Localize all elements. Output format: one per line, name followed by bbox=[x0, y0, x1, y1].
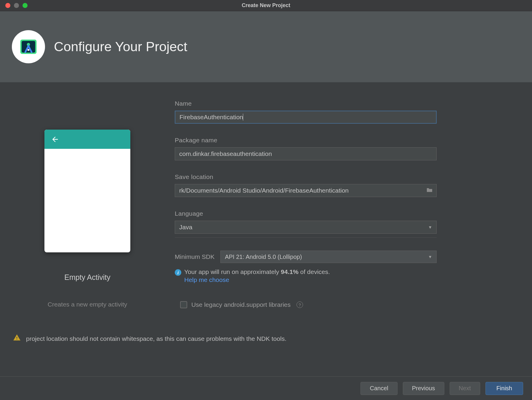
language-select[interactable]: Java ▼ bbox=[175, 221, 437, 234]
template-description: Creates a new empty activity bbox=[48, 301, 127, 308]
page-title: Configure Your Project bbox=[54, 39, 187, 54]
template-name: Empty Activity bbox=[64, 273, 110, 282]
warning-message: project location should not contain whit… bbox=[0, 334, 532, 343]
info-icon: i bbox=[175, 269, 181, 276]
cancel-button[interactable]: Cancel bbox=[360, 382, 397, 395]
maximize-window-button[interactable] bbox=[23, 3, 28, 8]
help-icon[interactable]: ? bbox=[297, 301, 303, 308]
phone-preview bbox=[44, 130, 130, 252]
template-preview: Empty Activity Creates a new empty activ… bbox=[18, 100, 157, 328]
save-location-label: Save location bbox=[175, 173, 514, 180]
name-label: Name bbox=[175, 100, 514, 107]
wizard-footer: Cancel Previous Next Finish bbox=[0, 376, 532, 400]
chevron-down-icon: ▼ bbox=[428, 225, 432, 230]
warning-icon bbox=[13, 334, 21, 343]
finish-button[interactable]: Finish bbox=[485, 382, 523, 395]
project-form: Name FirebaseAuthentication Package name… bbox=[175, 100, 514, 328]
page-header: Configure Your Project bbox=[0, 11, 532, 82]
divider bbox=[175, 237, 437, 238]
back-arrow-icon bbox=[51, 135, 59, 143]
minimize-window-button[interactable] bbox=[14, 3, 19, 8]
chevron-down-icon: ▼ bbox=[428, 254, 432, 259]
next-button: Next bbox=[450, 382, 480, 395]
help-me-choose-link[interactable]: Help me choose bbox=[184, 276, 229, 283]
legacy-support-checkbox[interactable] bbox=[180, 301, 187, 308]
android-studio-icon bbox=[12, 30, 45, 63]
minimum-sdk-select[interactable]: API 21: Android 5.0 (Lollipop) ▼ bbox=[220, 251, 437, 263]
traffic-lights bbox=[5, 3, 28, 8]
save-location-input[interactable]: rk/Documents/Android Studio/Android/Fire… bbox=[175, 184, 437, 197]
language-label: Language bbox=[175, 210, 514, 217]
phone-toolbar bbox=[44, 130, 130, 149]
package-input[interactable]: com.dinkar.firebaseauthentication bbox=[175, 147, 437, 160]
name-input[interactable]: FirebaseAuthentication bbox=[175, 111, 437, 124]
legacy-support-label: Use legacy android.support libraries bbox=[191, 301, 291, 308]
browse-folder-icon[interactable] bbox=[426, 187, 433, 194]
sdk-coverage-info: i Your app will run on approximately 94.… bbox=[175, 268, 437, 276]
package-label: Package name bbox=[175, 137, 514, 144]
titlebar: Create New Project bbox=[0, 0, 532, 11]
previous-button[interactable]: Previous bbox=[403, 382, 444, 395]
window-title: Create New Project bbox=[242, 2, 290, 9]
svg-rect-3 bbox=[28, 49, 29, 51]
minimum-sdk-label: Minimum SDK bbox=[175, 253, 214, 260]
close-window-button[interactable] bbox=[5, 3, 10, 8]
